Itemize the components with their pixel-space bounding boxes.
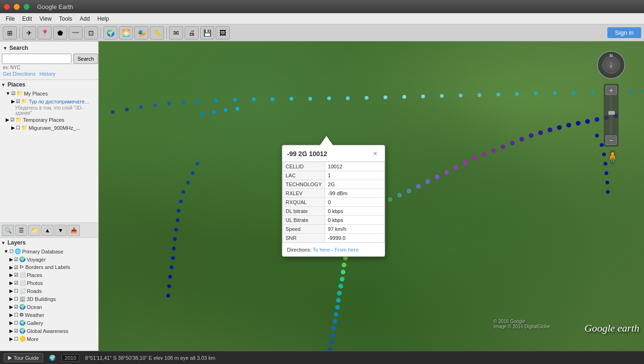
from-here-link[interactable]: From here	[334, 247, 358, 253]
popup-close-button[interactable]: ×	[371, 149, 380, 158]
layer-weather[interactable]: ▶ ☐ ⚙ Weather	[0, 311, 98, 319]
layer-more[interactable]: ▶ ☐ 🟡 More	[0, 335, 98, 343]
toolbar-save-btn[interactable]: 💾	[200, 26, 214, 40]
popup-footer: Directions: To here - From here	[282, 243, 385, 256]
svg-point-115	[605, 171, 608, 175]
borders-label: Borders and Labels	[25, 264, 70, 270]
minimize-button[interactable]	[14, 4, 20, 10]
zoom-track[interactable]	[610, 96, 612, 134]
layer-roads[interactable]: ▶ ☐ ⬜ Roads	[0, 287, 98, 295]
tour-guide-button[interactable]: ▶ Tour Guide	[4, 353, 43, 362]
menu-view[interactable]: View	[36, 15, 55, 23]
toolbar-print-btn[interactable]: 🖨	[185, 26, 199, 40]
temporary-places-label: Temporary Places	[23, 117, 64, 123]
places-tour-item[interactable]: ▶ ☑ 📁 Тур по достопримечате...	[0, 97, 98, 105]
toolbar-sky-btn[interactable]: 🎭	[134, 26, 148, 40]
svg-point-25	[553, 91, 557, 95]
menu-help[interactable]: Help	[93, 15, 113, 23]
svg-point-27	[590, 90, 594, 94]
svg-point-11	[289, 97, 293, 101]
places-miguruwe[interactable]: ▶ ☐ 📁 Miguruwe_900MHz_...	[0, 124, 98, 132]
more-icon: 🟡	[19, 336, 26, 342]
svg-point-105	[566, 123, 571, 127]
panel-export-btn[interactable]: 📤	[68, 225, 80, 236]
svg-point-117	[606, 190, 610, 194]
svg-point-0	[111, 110, 115, 114]
table-row: DL bitrate0 kbps	[283, 207, 385, 216]
svg-point-99	[510, 141, 515, 145]
menu-file[interactable]: File	[2, 15, 18, 23]
panel-search-btn[interactable]: 🔍	[2, 225, 14, 236]
history-link[interactable]: History	[39, 71, 55, 77]
layer-borders[interactable]: ▶ ☑ 🏳 Borders and Labels	[0, 263, 98, 271]
zoom-out-button[interactable]: −	[605, 135, 617, 145]
table-value: 1	[325, 171, 385, 180]
tour-guide-label: Tour Guide	[14, 355, 39, 361]
compass-inner[interactable]	[603, 56, 620, 73]
svg-point-19	[440, 94, 444, 98]
layer-places[interactable]: ▶ ☑ ⬜ Places	[0, 271, 98, 279]
search-input[interactable]	[2, 54, 71, 64]
toolbar-grid-btn[interactable]: ⊞	[3, 26, 17, 40]
places-my-places[interactable]: ▼ ☑ 📁 My Places	[0, 89, 98, 97]
svg-point-73	[337, 291, 341, 295]
compass[interactable]: N	[597, 51, 625, 79]
zoom-thumb[interactable]	[608, 111, 615, 115]
miguruwe-folder-icon: 📁	[21, 125, 28, 131]
search-section: ▼ Search Search ex: NYC Get Directions H…	[0, 41, 98, 80]
layer-3d-buildings[interactable]: ▶ ☐ 🏢 3D Buildings	[0, 295, 98, 303]
places-section-header[interactable]: ▼ Places	[0, 80, 98, 89]
layer-global-awareness[interactable]: ▶ ☑ 🌍 Global Awareness	[0, 327, 98, 335]
map-area[interactable]: -99 2G 10012 × CELLID10012LAC1TECHNOLOGY…	[99, 41, 644, 351]
toolbar-email-btn[interactable]: ✉	[169, 26, 183, 40]
toolbar-path-btn[interactable]: 〰	[69, 26, 83, 40]
layers-section-header[interactable]: ▼ Layers	[0, 238, 98, 247]
svg-point-24	[534, 92, 538, 95]
svg-point-89	[416, 184, 421, 189]
search-button[interactable]: Search	[73, 54, 98, 64]
signin-button[interactable]: Sign in	[607, 27, 641, 38]
toolbar-polygon-btn[interactable]: ⬟	[53, 26, 67, 40]
layer-gallery[interactable]: ▶ ☐ 🌍 Gallery	[0, 319, 98, 327]
toolbar-fly-btn[interactable]: ✈	[22, 26, 36, 40]
street-view-person[interactable]: 🧍	[605, 150, 617, 166]
panel-down-btn[interactable]: ▼	[54, 225, 67, 236]
table-key: DL bitrate	[283, 207, 325, 216]
toolbar-ruler-btn[interactable]: 📏	[150, 26, 164, 40]
toolbar-image-btn[interactable]: 🖼	[216, 26, 230, 40]
svg-point-33	[186, 181, 190, 184]
table-value: 0 kbps	[325, 216, 385, 225]
svg-point-21	[478, 93, 481, 97]
toolbar-sun-btn[interactable]: 🌅	[119, 26, 133, 40]
search-section-header[interactable]: ▼ Search	[2, 43, 96, 53]
menu-add[interactable]: Add	[76, 15, 93, 23]
navigation-controls: N + − 🧍	[597, 51, 625, 166]
svg-point-45	[166, 293, 170, 297]
toolbar-earth-btn[interactable]: 🌍	[103, 26, 117, 40]
menu-edit[interactable]: Edit	[18, 15, 36, 23]
table-key: TECHNOLOGY	[283, 180, 325, 189]
toolbar-overlay-btn[interactable]: ⊡	[84, 26, 98, 40]
toolbar-placemark-btn[interactable]: 📍	[38, 26, 52, 40]
layer-primary-db[interactable]: ▼ ☐ 🌐 Primary Database	[0, 247, 98, 255]
layer-ocean[interactable]: ▶ ☑ 🌍 Ocean	[0, 303, 98, 311]
maximize-button[interactable]	[23, 4, 30, 10]
zoom-in-button[interactable]: +	[605, 86, 617, 95]
to-here-link[interactable]: To here	[313, 247, 330, 253]
panel-folder-btn[interactable]: 📁	[28, 225, 40, 236]
svg-point-107	[585, 119, 590, 124]
get-directions-link[interactable]: Get Directions	[3, 71, 36, 77]
layer-photos[interactable]: ▶ ☑ ⬜ Photos	[0, 279, 98, 287]
panel-list-btn[interactable]: ☰	[15, 225, 27, 236]
places-temporary[interactable]: ▶ ☑ 📁 Temporary Places	[0, 116, 98, 124]
imagery-copyright: Image © 2016 DigitalGlobe	[494, 324, 550, 329]
close-button[interactable]	[4, 4, 10, 10]
table-value: -99 dBm	[325, 189, 385, 198]
menu-tools[interactable]: Tools	[55, 15, 76, 23]
panel-up-btn[interactable]: ▲	[41, 225, 54, 236]
layer-voyager[interactable]: ▶ ☑ 🌍 Voyager	[0, 255, 98, 263]
table-key: Speed	[283, 225, 325, 234]
svg-point-69	[341, 262, 346, 267]
search-row: Search	[2, 53, 96, 65]
popup-header: -99 2G 10012 ×	[282, 145, 385, 162]
